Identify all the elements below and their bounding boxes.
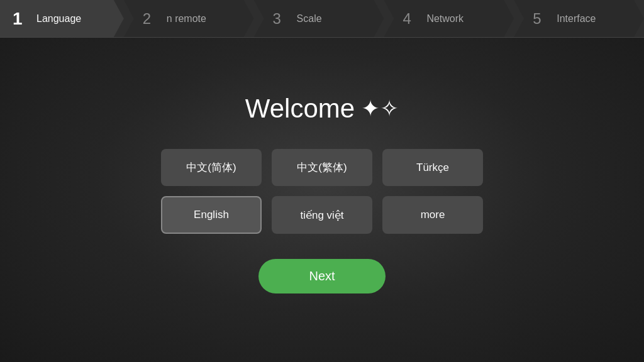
step-1-label: Language (36, 13, 81, 25)
language-grid: 中文(简体) 中文(繁体) Türkçe English tiếng việt … (161, 149, 483, 234)
step-bar: 1 Language 2 n remote 3 Scale 4 Network … (0, 0, 644, 38)
next-button[interactable]: Next (258, 259, 385, 293)
lang-zh-simplified[interactable]: 中文(简体) (161, 149, 262, 186)
step-5[interactable]: 5 Interface (514, 0, 644, 37)
step-2[interactable]: 2 n remote (124, 0, 254, 37)
lang-english[interactable]: English (161, 196, 262, 234)
step-3[interactable]: 3 Scale (254, 0, 384, 37)
step-5-label: Interface (557, 13, 596, 25)
welcome-title: Welcome ✦✧ (245, 94, 399, 124)
lang-turkish[interactable]: Türkçe (382, 149, 483, 186)
step-2-label: n remote (167, 13, 206, 25)
step-4-number: 4 (402, 10, 420, 28)
step-5-number: 5 (533, 10, 550, 28)
welcome-text: Welcome (245, 94, 355, 124)
step-3-label: Scale (297, 13, 322, 25)
step-1[interactable]: 1 Language (0, 0, 124, 37)
step-1-number: 1 (13, 9, 30, 29)
sparkle-icon: ✦✧ (361, 96, 399, 122)
step-2-number: 2 (143, 10, 160, 28)
step-4-label: Network (426, 13, 464, 25)
lang-more[interactable]: more (382, 196, 483, 234)
step-3-number: 3 (273, 10, 291, 28)
lang-zh-traditional[interactable]: 中文(繁体) (272, 149, 372, 186)
lang-vietnamese[interactable]: tiếng việt (272, 196, 372, 234)
step-4[interactable]: 4 Network (384, 0, 514, 37)
main-content: Welcome ✦✧ 中文(简体) 中文(繁体) Türkçe English … (161, 38, 483, 362)
